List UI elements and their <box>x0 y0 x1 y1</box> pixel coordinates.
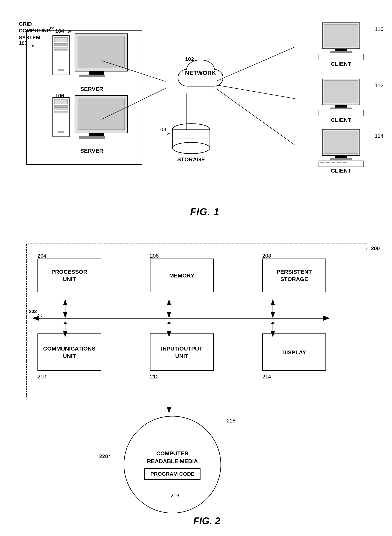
svg-rect-15 <box>58 131 64 133</box>
network-ref: 102 <box>185 56 194 62</box>
memory-label: MEMORY <box>169 272 194 279</box>
svg-rect-8 <box>89 71 104 75</box>
program-code-label: PROGRAM CODE <box>150 471 195 477</box>
persistent-storage-box: PERSISTENT STORAGE <box>262 259 326 292</box>
storage-ref-arrow: ↗ <box>166 131 170 136</box>
storage-icon: STORAGE <box>171 122 212 163</box>
client2-ref: 112 <box>375 82 383 89</box>
comm-label: COMMUNICATIONS UNIT <box>43 345 95 359</box>
svg-rect-13 <box>54 109 67 110</box>
fig2-diagram: 200 ↙ PROCESSOR UNIT 204 MEMORY 206 PERS… <box>15 232 377 532</box>
svg-rect-18 <box>89 133 104 136</box>
svg-rect-14 <box>54 111 67 113</box>
svg-rect-49 <box>324 131 358 154</box>
fig2-title: FIG. 2 <box>193 515 220 527</box>
svg-point-23 <box>173 142 210 154</box>
svg-rect-30 <box>318 54 364 60</box>
network-cloud: NETWORK <box>169 56 232 100</box>
communications-unit-box: COMMUNICATIONS UNIT <box>37 333 101 371</box>
media-ref-text: 218 <box>227 418 236 424</box>
svg-rect-3 <box>54 47 67 48</box>
program-ref: 216 <box>171 493 179 499</box>
svg-rect-41 <box>330 107 352 109</box>
storage-label: STORAGE <box>171 156 212 163</box>
svg-rect-5 <box>58 69 64 71</box>
io-ref: 212 <box>150 374 159 380</box>
svg-rect-12 <box>54 105 67 107</box>
server1-label: SERVER <box>52 86 131 92</box>
svg-rect-50 <box>336 155 347 158</box>
grid-ref-arrow: ↘ <box>31 43 34 48</box>
svg-rect-40 <box>336 105 347 107</box>
svg-rect-52 <box>318 161 364 167</box>
server2-ref-num: 106 <box>55 93 64 99</box>
svg-rect-19 <box>79 136 105 139</box>
svg-rect-29 <box>330 51 352 53</box>
media-ref: 218 <box>227 418 236 424</box>
svg-rect-11 <box>54 99 67 104</box>
fig1-diagram: GRID COMPUTING SYSTEM 107 ↘ 104 104 SERV… <box>15 11 377 217</box>
svg-rect-28 <box>336 49 347 51</box>
svg-rect-51 <box>330 158 352 160</box>
memory-box: MEMORY <box>150 259 214 292</box>
client3-icon: CLIENT <box>318 129 364 174</box>
client2-label: CLIENT <box>318 117 364 123</box>
svg-rect-1 <box>54 37 67 42</box>
svg-rect-39 <box>324 81 358 103</box>
server1-ref-label: 104 <box>50 26 55 30</box>
svg-text:NETWORK: NETWORK <box>185 70 216 76</box>
display-label: DISPLAY <box>282 349 306 356</box>
client1-ref: 110 <box>375 26 383 32</box>
comm-ref: 210 <box>37 374 46 380</box>
media-label: COMPUTER READABLE MEDIA <box>147 449 198 465</box>
processor-label: PROCESSOR UNIT <box>51 268 87 283</box>
storage-ref: 108 <box>157 126 166 132</box>
client1-icon: CLIENT <box>318 23 364 67</box>
persistent-label: PERSISTENT STORAGE <box>277 268 312 283</box>
fig1-title: FIG. 1 <box>190 206 219 217</box>
system-ref: 200 <box>371 245 380 252</box>
memory-ref: 206 <box>150 253 159 259</box>
computer-readable-media-circle: COMPUTER READABLE MEDIA PROGRAM CODE <box>124 416 221 513</box>
client1-label: CLIENT <box>318 61 364 67</box>
svg-rect-2 <box>54 43 67 46</box>
svg-rect-42 <box>318 110 364 116</box>
media-arrow-indicator: ↗ <box>107 453 110 458</box>
svg-rect-17 <box>78 98 125 130</box>
svg-rect-27 <box>324 24 358 47</box>
server1-ref-num: 104 <box>55 28 64 34</box>
svg-rect-7 <box>78 36 125 68</box>
client3-ref: 114 <box>375 133 383 139</box>
client2-icon: CLIENT <box>318 79 364 123</box>
processor-ref: 204 <box>37 253 46 259</box>
svg-rect-4 <box>54 49 67 51</box>
client3-label: CLIENT <box>318 168 364 174</box>
io-unit-box: INPUT/OUTPUT UNIT <box>150 333 214 371</box>
display-box: DISPLAY <box>262 333 326 371</box>
server1-icon: SERVER <box>52 32 131 92</box>
system-ref-arrow: ↙ <box>365 245 369 251</box>
persistent-ref: 208 <box>262 253 271 259</box>
grid-label-text: GRID COMPUTING SYSTEM <box>19 21 51 41</box>
processor-unit-box: PROCESSOR UNIT <box>37 259 101 292</box>
program-code-box: PROGRAM CODE <box>144 468 201 480</box>
svg-marker-88 <box>167 407 171 413</box>
svg-rect-9 <box>79 75 105 77</box>
server2-icon: SERVER <box>52 94 131 154</box>
io-label: INPUT/OUTPUT UNIT <box>161 345 203 359</box>
display-ref: 214 <box>262 374 271 380</box>
grid-ref: 107 <box>19 40 28 46</box>
grid-computing-label: GRID COMPUTING SYSTEM <box>19 21 51 41</box>
server2-label: SERVER <box>52 148 131 154</box>
